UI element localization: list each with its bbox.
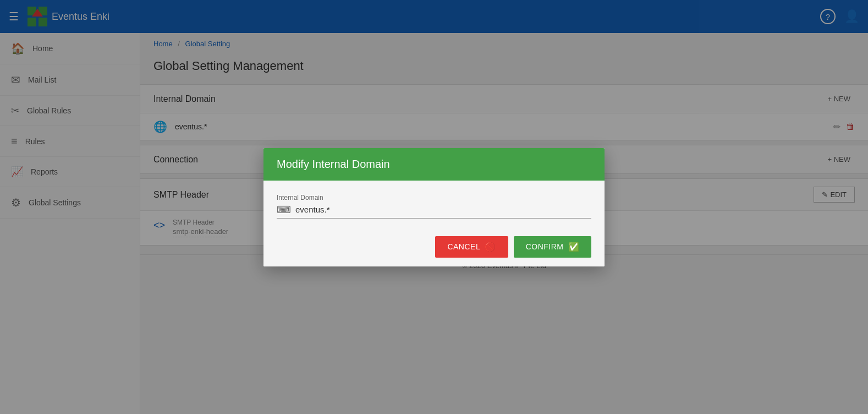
confirm-button[interactable]: CONFIRM ✅: [514, 236, 591, 258]
modal-overlay: Modify Internal Domain Internal Domain ⌨…: [0, 0, 868, 414]
modal-body: Internal Domain ⌨: [263, 181, 605, 227]
cancel-button[interactable]: CANCEL 🚫: [435, 236, 508, 258]
modal-input-row: ⌨: [277, 204, 591, 219]
cancel-icon: 🚫: [485, 242, 496, 252]
internal-domain-input[interactable]: [295, 205, 591, 214]
confirm-label: CONFIRM: [526, 242, 564, 251]
keyboard-icon: ⌨: [277, 204, 291, 216]
modal-title: Modify Internal Domain: [277, 158, 390, 170]
modal-header: Modify Internal Domain: [263, 148, 605, 181]
modal-footer: CANCEL 🚫 CONFIRM ✅: [263, 227, 605, 266]
confirm-icon: ✅: [568, 242, 580, 252]
cancel-label: CANCEL: [447, 242, 480, 251]
modify-internal-domain-modal: Modify Internal Domain Internal Domain ⌨…: [263, 148, 605, 266]
modal-field-label: Internal Domain: [277, 194, 591, 201]
